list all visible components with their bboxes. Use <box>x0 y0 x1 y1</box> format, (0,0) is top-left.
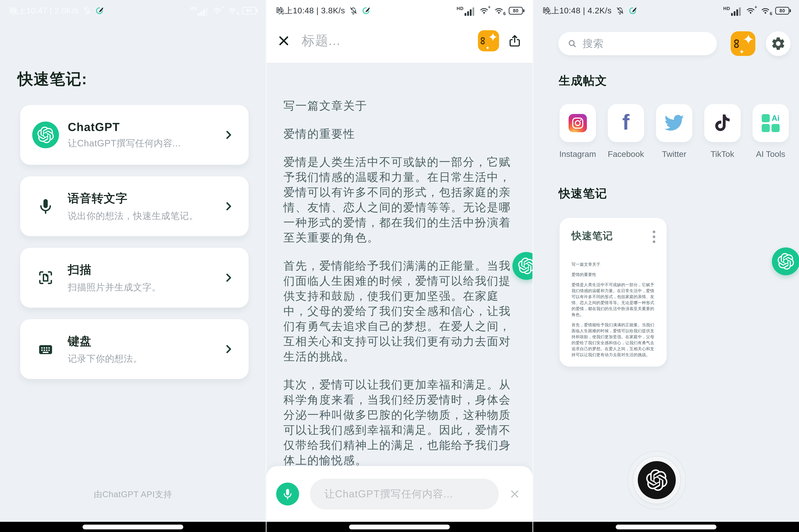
prompt-input[interactable]: 让ChatGPT撰写任何内容... <box>310 478 498 510</box>
clear-input-icon[interactable] <box>510 489 520 499</box>
note-card-title: 快速笔记 <box>571 229 613 243</box>
social-label: AI Tools <box>756 149 785 159</box>
system-nav-bar <box>267 522 532 532</box>
note-title-input[interactable]: 标题... <box>302 32 478 50</box>
note-preview-paragraph: 首先，爱情能给予我们满满的正能量。当我们面临人生困难的时候，爱情可以给我们提供支… <box>571 322 656 358</box>
app-pencil-icon <box>362 6 370 15</box>
status-time-speed: 晚上10:48 | 4.2K/s <box>543 5 612 16</box>
note-paragraph: 爱情是人类生活中不可或缺的一部分，它赋予我们情感的温暖和力量。在日常生活中，爱情… <box>284 154 517 245</box>
keyboard-icon <box>37 341 54 358</box>
home-indicator[interactable] <box>616 525 716 529</box>
system-nav-bar <box>533 522 799 532</box>
section-quick-notes: 快速笔记 <box>559 186 799 202</box>
app-screenshots-strip: 晚上10:47 | 2.0K/s HD + 6 80 快速笔记: ChatGPT <box>0 0 799 532</box>
status-bar: 晚上10:48 | 3.8K/s HD + 6 80 <box>267 0 532 21</box>
chatgpt-logo-icon <box>646 469 668 491</box>
chevron-right-icon <box>223 129 234 140</box>
social-tiktok[interactable]: TikTok <box>704 104 741 159</box>
close-icon[interactable] <box>277 35 290 47</box>
battery-level: 80 <box>513 8 519 14</box>
home-indicator[interactable] <box>83 525 183 529</box>
compose-bar: 让ChatGPT撰写任何内容... <box>267 466 532 522</box>
home-indicator[interactable] <box>349 525 450 529</box>
gear-icon <box>770 36 786 51</box>
social-ai-tools[interactable]: Ai AI Tools <box>752 104 789 159</box>
note-paragraph: 首先，爱情能给予我们满满的正能量。当我们面临人生困难的时候，爱情可以给我们提供支… <box>284 258 517 364</box>
option-voice-to-text[interactable]: 语音转文字 说出你的想法，快速生成笔记。 <box>20 176 249 236</box>
notifications-muted-icon <box>616 6 624 15</box>
battery-level: 80 <box>779 8 785 14</box>
quick-note-options: ChatGPT 让ChatGPT撰写任何内容... 语音转文字 说出你的想法，快… <box>20 105 249 379</box>
option-text: 扫描 扫描照片并生成文字。 <box>59 262 223 293</box>
new-note-fab[interactable] <box>638 461 676 499</box>
signal-strength-icon: HD <box>457 6 474 16</box>
editor-title-row: 标题... ∞ ✦ ✦ <box>277 30 521 51</box>
search-icon <box>567 39 577 49</box>
note-paragraph: 其次，爱情可以让我们更加幸福和满足。从科学角度来看，当我们经历爱情时，身体会分泌… <box>284 377 517 467</box>
note-preview-paragraph: 爱情的重要性 <box>571 271 656 278</box>
wifi-plus-icon: + <box>213 6 222 16</box>
battery-icon: 80 <box>242 7 256 15</box>
status-time-speed: 晚上10:47 | 2.0K/s <box>10 5 78 16</box>
search-row: 搜索 ∞ ✦ ✦ <box>558 31 791 56</box>
credits-badge[interactable]: ∞ ✦ ✦ <box>478 30 499 51</box>
social-instagram[interactable]: Instagram <box>560 104 596 159</box>
microphone-icon <box>37 198 54 215</box>
social-label: Facebook <box>608 149 644 159</box>
app-pencil-icon <box>628 6 637 15</box>
status-time-speed: 晚上10:48 | 3.8K/s <box>276 5 345 16</box>
note-card[interactable]: 快速笔记 写一篇文章关于 爱情的重要性 爱情是人类生活中不可或缺的一部分，它赋予… <box>560 218 667 366</box>
signal-strength-icon: HD <box>723 6 741 16</box>
notifications-muted-icon <box>349 6 358 15</box>
option-text: ChatGPT 让ChatGPT撰写任何内容... <box>59 120 223 150</box>
tiktok-icon <box>714 113 731 133</box>
share-icon[interactable] <box>508 34 522 48</box>
option-text: 语音转文字 说出你的想法，快速生成笔记。 <box>59 190 223 222</box>
hd-label: HD <box>723 6 730 11</box>
search-input[interactable]: 搜索 <box>558 32 717 55</box>
chatgpt-logo-icon <box>32 121 59 148</box>
status-bar: 晚上10:47 | 2.0K/s HD + 6 80 <box>0 0 266 21</box>
chatgpt-logo-icon <box>778 253 794 270</box>
option-subtitle: 让ChatGPT撰写任何内容... <box>68 137 223 150</box>
hd-label: HD <box>457 6 464 11</box>
chatgpt-logo-icon <box>518 258 532 274</box>
note-menu-icon[interactable] <box>652 229 656 245</box>
panel-note-editor: 晚上10:48 | 3.8K/s HD + 6 80 标题... <box>266 0 532 532</box>
note-content-area[interactable]: 写一篇文章关于 爱情的重要性 爱情是人类生活中不可或缺的一部分，它赋予我们情感的… <box>267 63 532 467</box>
prompt-placeholder: 让ChatGPT撰写任何内容... <box>324 487 453 501</box>
option-keyboard[interactable]: 键盘 记录下你的想法。 <box>20 319 249 379</box>
sparkle-icon: ✦ <box>743 31 754 48</box>
facebook-icon: f <box>622 112 630 133</box>
system-nav-bar <box>0 522 266 532</box>
chevron-right-icon <box>223 201 234 212</box>
social-facebook[interactable]: f Facebook <box>608 104 644 159</box>
editor-header: 晚上10:48 | 3.8K/s HD + 6 80 标题... <box>267 0 532 63</box>
battery-icon: 80 <box>509 7 523 15</box>
social-label: Instagram <box>559 149 596 159</box>
scan-icon <box>37 269 54 286</box>
voice-input-button[interactable] <box>276 482 299 506</box>
chatgpt-floating-button[interactable] <box>772 247 799 275</box>
option-title: ChatGPT <box>68 120 223 134</box>
option-title: 键盘 <box>68 333 223 349</box>
social-platforms: Instagram f Facebook Twitter TikTok Ai <box>560 104 799 159</box>
page-title: 快速笔记: <box>18 69 266 90</box>
note-card-preview: 写一篇文章关于 爱情的重要性 爱情是人类生活中不可或缺的一部分，它赋予我们情感的… <box>571 261 656 358</box>
twitter-icon <box>665 113 684 133</box>
microphone-icon <box>282 488 294 500</box>
option-title: 语音转文字 <box>68 190 223 206</box>
option-subtitle: 记录下你的想法。 <box>68 353 223 365</box>
hd-label: HD <box>190 6 197 11</box>
social-label: Twitter <box>662 149 686 159</box>
social-label: TikTok <box>711 149 734 159</box>
section-generate-posts: 生成帖文 <box>559 73 799 89</box>
option-chatgpt[interactable]: ChatGPT 让ChatGPT撰写任何内容... <box>20 105 249 165</box>
option-title: 扫描 <box>68 262 223 278</box>
social-twitter[interactable]: Twitter <box>656 104 692 159</box>
settings-button[interactable] <box>766 31 791 56</box>
credits-badge[interactable]: ∞ ✦ ✦ <box>731 31 755 56</box>
option-scan[interactable]: 扫描 扫描照片并生成文字。 <box>20 248 249 308</box>
battery-icon: 80 <box>775 7 789 15</box>
ai-tools-glyph: Ai <box>771 114 780 122</box>
